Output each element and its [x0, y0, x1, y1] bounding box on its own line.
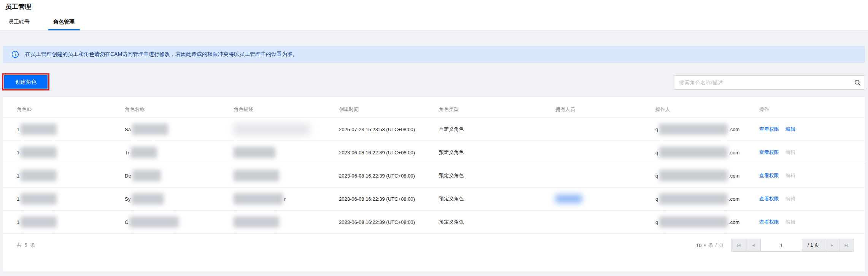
created-time-cell: 2023-06-08 16:22:39 (UTC+08:00) — [339, 196, 439, 202]
role-name-cell: Sy — [125, 193, 234, 205]
view-permission-link[interactable]: 查看权限 — [759, 219, 779, 225]
redacted-blur — [659, 216, 728, 228]
column-header: 角色名称 — [125, 106, 234, 113]
redacted-blur — [132, 124, 168, 135]
search-input[interactable] — [674, 79, 850, 86]
pagination-area: 10 ▾ 条 / 页 ◀ ◀ / 1 页 ▶ ▶ — [696, 239, 854, 252]
page-size-value: 10 — [696, 243, 701, 248]
top-bar: 员工管理 员工账号 角色管理 — [0, 0, 868, 31]
actions-cell: 查看权限编辑 — [759, 219, 865, 225]
edit-link[interactable]: 编辑 — [785, 126, 795, 133]
redacted-blur — [21, 147, 57, 158]
next-page-button[interactable]: ▶ — [825, 239, 839, 251]
table-row: 1C2023-06-08 16:22:39 (UTC+08:00)预定义角色q.… — [3, 211, 865, 234]
last-page-icon — [847, 244, 848, 247]
edit-link: 编辑 — [785, 149, 795, 156]
column-header: 角色描述 — [234, 106, 339, 113]
created-time-cell: 2023-06-08 16:22:39 (UTC+08:00) — [339, 173, 439, 179]
info-banner: 在员工管理创建的员工和角色请勿在CAM访问管理中进行修改，若因此造成的权限冲突将… — [3, 46, 865, 63]
create-role-button[interactable]: 创建角色 — [4, 75, 48, 89]
prev-page-button[interactable]: ◀ — [746, 239, 760, 251]
role-type-cell: 预定义角色 — [439, 149, 555, 156]
chevron-down-icon: ▾ — [704, 243, 706, 248]
redacted-blur — [21, 216, 57, 228]
role-id-cell: 1 — [17, 124, 125, 135]
redacted-blur — [234, 170, 279, 181]
table-row: 1Syr2023-06-08 16:22:39 (UTC+08:00)预定义角色… — [3, 187, 865, 211]
tab-bar: 员工账号 角色管理 — [3, 16, 93, 30]
role-type-cell: 预定义角色 — [439, 195, 555, 202]
column-header: 创建时间 — [339, 106, 439, 113]
role-id-cell: 1 — [17, 193, 125, 205]
redacted-blur — [659, 170, 728, 181]
info-icon — [11, 51, 19, 58]
tab-role-management[interactable]: 角色管理 — [48, 16, 80, 30]
operator-cell: q.com — [655, 193, 759, 205]
owner-cell — [555, 195, 655, 203]
table-footer: 共 5 条 10 ▾ 条 / 页 ◀ ◀ / 1 页 ▶ ▶ — [3, 234, 865, 257]
page-total-label: / 1 页 — [802, 239, 825, 251]
redacted-blur — [21, 170, 57, 181]
role-name-cell: Sa — [125, 124, 234, 135]
operator-cell: q.com — [655, 147, 759, 158]
operator-cell: q.com — [655, 170, 759, 181]
view-permission-link[interactable]: 查看权限 — [759, 195, 779, 202]
created-time-cell: 2023-06-08 16:22:39 (UTC+08:00) — [339, 150, 439, 155]
table-row: 1Sa2025-07-23 15:23:53 (UTC+08:00)自定义角色q… — [3, 118, 865, 141]
redacted-blur — [659, 124, 728, 135]
redacted-blur — [234, 147, 275, 158]
column-header: 角色类型 — [439, 106, 555, 113]
table-row: 1De2023-06-08 16:22:39 (UTC+08:00)预定义角色q… — [3, 164, 865, 187]
role-type-cell: 自定义角色 — [439, 126, 555, 133]
role-name-cell: C — [125, 216, 234, 228]
column-header: 操作人 — [655, 106, 759, 113]
redacted-blur — [21, 124, 57, 135]
column-header: 角色ID — [17, 106, 125, 113]
role-desc-cell — [234, 170, 339, 181]
redacted-blur — [132, 193, 164, 205]
redacted-blur — [130, 147, 157, 158]
view-permission-link[interactable]: 查看权限 — [759, 172, 779, 179]
page-title: 员工管理 — [5, 2, 31, 11]
page-size-select[interactable]: 10 ▾ 条 / 页 — [696, 242, 724, 249]
role-desc-cell: r — [234, 193, 339, 205]
prev-page-icon: ◀ — [752, 243, 755, 247]
operator-cell: q.com — [655, 124, 759, 135]
next-page-icon: ▶ — [831, 243, 833, 247]
pager: ◀ ◀ / 1 页 ▶ ▶ — [731, 239, 854, 252]
annotation-highlight-box: 创建角色 — [2, 73, 49, 90]
edit-link: 编辑 — [785, 219, 795, 225]
role-id-cell: 1 — [17, 216, 125, 228]
redacted-blur — [234, 193, 283, 205]
redacted-blur — [234, 123, 310, 135]
role-name-cell: Tr — [125, 147, 234, 158]
actions-cell: 查看权限编辑 — [759, 172, 865, 179]
column-header: 操作 — [759, 106, 865, 113]
redacted-blur — [555, 195, 582, 203]
last-page-button[interactable]: ▶ — [839, 239, 854, 251]
role-type-cell: 预定义角色 — [439, 219, 555, 225]
page-number-input[interactable] — [760, 239, 802, 251]
actions-cell: 查看权限编辑 — [759, 149, 865, 156]
role-id-cell: 1 — [17, 170, 125, 181]
role-desc-cell — [234, 147, 339, 158]
column-header: 拥有人员 — [555, 106, 655, 113]
first-page-button[interactable]: ◀ — [731, 239, 746, 251]
total-count-label: 共 5 条 — [17, 242, 36, 249]
edit-link: 编辑 — [785, 195, 795, 202]
first-page-icon — [737, 244, 738, 247]
role-desc-cell — [234, 216, 339, 228]
table-header-row: 角色ID角色名称角色描述创建时间角色类型拥有人员操作人操作 — [3, 101, 865, 118]
redacted-blur — [129, 216, 179, 228]
per-page-label: 条 / 页 — [708, 242, 724, 249]
view-permission-link[interactable]: 查看权限 — [759, 126, 779, 133]
actions-cell: 查看权限编辑 — [759, 195, 865, 202]
tab-employee-account[interactable]: 员工账号 — [3, 16, 35, 30]
role-table-card: 角色ID角色名称角色描述创建时间角色类型拥有人员操作人操作 1Sa2025-07… — [3, 97, 865, 271]
view-permission-link[interactable]: 查看权限 — [759, 149, 779, 156]
redacted-blur — [21, 193, 57, 205]
redacted-blur — [659, 147, 728, 158]
redacted-blur — [234, 216, 279, 228]
search-icon[interactable] — [850, 79, 865, 86]
banner-text: 在员工管理创建的员工和角色请勿在CAM访问管理中进行修改，若因此造成的权限冲突将… — [25, 51, 298, 58]
